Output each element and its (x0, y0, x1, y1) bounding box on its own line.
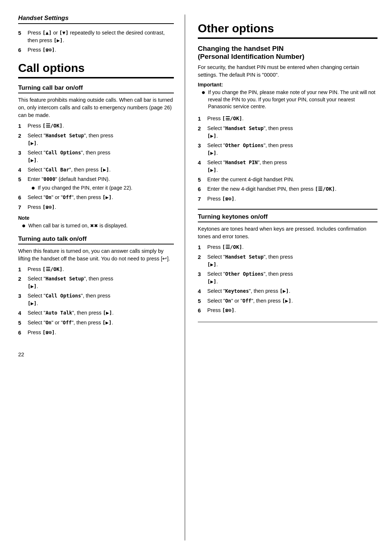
note-bullet: ● When call bar is turned on, ✖✖ is disp… (22, 222, 174, 230)
list-item: 6 Press [☎⊙]. (198, 307, 377, 315)
turn-call-bar-desc: This feature prohibits making outside ca… (18, 96, 174, 119)
change-pin-steps: 1 Press [☰/OK]. 2 Select "Handset Setup"… (198, 115, 377, 203)
section-header-handset-settings: Handset Settings (18, 15, 174, 24)
list-item: 7 Press [☎⊙]. (18, 203, 174, 211)
list-item: 2 Select "Handset Setup", then press[▶]. (198, 253, 377, 268)
bullet-item: ● If you changed the PIN, enter it (page… (31, 185, 174, 192)
intro-steps: 5 Press [▲] or [▼] repeatedly to select … (18, 29, 174, 54)
other-options-heading: Other options (198, 22, 377, 39)
list-item: 3 Select "Other Options", then press[▶]. (198, 270, 377, 285)
list-item: 6 Select "On" or "Off", then press [▶]. (18, 194, 174, 202)
key-up-down: [▲] (42, 30, 52, 36)
list-item: 6 Enter the new 4-digit handset PIN, the… (198, 185, 377, 193)
list-item: 3 Select "Call Options", then press[▶]. (18, 149, 174, 164)
right-column: Other options Changing the handset PIN (… (185, 15, 392, 540)
list-item: 5 Select "On" or "Off", then press [▶]. (198, 297, 377, 305)
list-item: 4 Select "Call Bar", then press [▶]. (18, 166, 174, 174)
list-item: 2 Select "Handset Setup", then press[▶]. (198, 125, 377, 140)
list-item: 5 Enter the current 4-digit handset PIN. (198, 176, 377, 184)
call-bar-steps: 1 Press [☰/OK]. 2 Select "Handset Setup"… (18, 122, 174, 211)
key-phone: [☎⊙] (42, 47, 55, 53)
change-pin-desc: For security, the handset PIN must be en… (198, 64, 377, 79)
important-label: Important: (198, 82, 377, 88)
keytones-steps: 1 Press [☰/OK]. 2 Select "Handset Setup"… (198, 243, 377, 315)
list-item: 4 Select "Handset PIN", then press[▶]. (198, 159, 377, 174)
list-item: 1 Press [☰/OK]. (18, 122, 174, 130)
key-down: [▼] (59, 30, 68, 36)
important-bullet: ● If you change the PIN, please make not… (201, 89, 377, 110)
list-item: 5 Enter "0000" (default handset PIN). ● … (18, 175, 174, 192)
list-item: 2 Select "Handset Setup", then press[▶]. (18, 132, 174, 147)
key-right: [▶] (54, 37, 63, 43)
list-item: 7 Press [☎⊙]. (198, 195, 377, 203)
page-number: 22 (18, 340, 174, 357)
turn-call-bar-heading: Turning call bar on/off (18, 84, 174, 93)
turn-auto-talk-desc: When this feature is turned on, you can … (18, 247, 174, 263)
list-item: 2 Select "Handset Setup", then press[▶]. (18, 275, 174, 290)
turn-keytones-desc: Keytones are tones heard when keys are p… (198, 225, 377, 240)
left-column: Handset Settings 5 Press [▲] or [▼] repe… (0, 15, 185, 540)
list-item: 1 Press [☰/OK]. (198, 243, 377, 251)
list-item: 3 Select "Other Options", then press[▶]. (198, 142, 377, 157)
list-item: 6 Press [☎⊙]. (18, 46, 174, 54)
turn-keytones-heading: Turning keytones on/off (198, 213, 377, 222)
list-item: 4 Select "Auto Talk", then press [▶]. (18, 309, 174, 317)
list-item: 5 Select "On" or "Off", then press [▶]. (18, 319, 174, 327)
auto-talk-steps: 1 Press [☰/OK]. 2 Select "Handset Setup"… (18, 266, 174, 337)
list-item: 1 Press [☰/OK]. (198, 115, 377, 123)
list-item: 1 Press [☰/OK]. (18, 266, 174, 274)
list-item: 3 Select "Call Options", then press[▶]. (18, 292, 174, 307)
call-options-heading: Call options (18, 61, 174, 78)
list-item: 6 Press [☎⊙]. (18, 329, 174, 337)
change-pin-heading: Changing the handset PIN (Personal Ident… (198, 45, 377, 61)
list-item: 5 Press [▲] or [▼] repeatedly to select … (18, 29, 174, 44)
list-item: 4 Select "Keytones", then press [▶]. (198, 287, 377, 295)
turn-auto-talk-heading: Turning auto talk on/off (18, 235, 174, 244)
note-label: Note (18, 215, 174, 221)
